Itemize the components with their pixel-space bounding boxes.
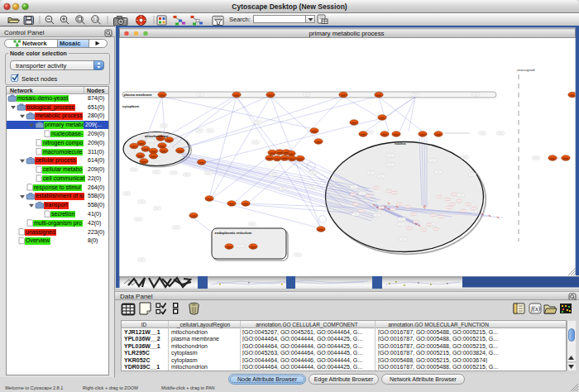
svg-text:plasma membrane: plasma membrane [124,93,153,97]
svg-text:unassigned: unassigned [517,68,535,72]
svg-text:cytoplasm: cytoplasm [122,104,140,108]
svg-text:nucleus: nucleus [395,142,406,146]
svg-text:1:1: 1:1 [93,17,98,22]
svg-text:primary metabolic process: primary metabolic process [309,30,385,37]
svg-text:endoplasmic reticulum: endoplasmic reticulum [215,231,252,235]
svg-text:mitochondrion: mitochondrion [145,134,169,138]
svg-text:f(x): f(x) [531,305,540,313]
